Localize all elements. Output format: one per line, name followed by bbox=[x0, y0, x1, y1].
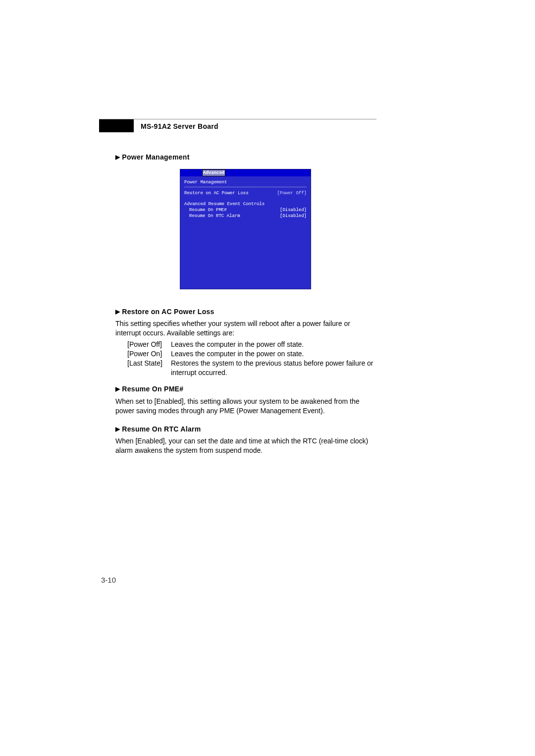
page-content: ▶Power Management Advanced Power Managem… bbox=[115, 153, 375, 457]
option-row: [Last State] Restores the system to the … bbox=[115, 359, 375, 378]
bios-screenshot: Advanced Power Management Restore on AC … bbox=[180, 169, 311, 289]
bios-value: [Power Off] bbox=[277, 190, 307, 196]
bios-label: Resume On PME# bbox=[189, 207, 227, 213]
triangle-icon: ▶ bbox=[115, 425, 120, 433]
section-title: Restore on AC Power Loss bbox=[122, 308, 214, 316]
option-key: [Power Off] bbox=[115, 340, 165, 349]
option-row: [Power On] Leaves the computer in the po… bbox=[115, 349, 375, 359]
option-desc: Leaves the computer in the power off sta… bbox=[165, 340, 375, 349]
bios-body: Power Management Restore on AC Power Los… bbox=[180, 176, 311, 289]
header-black-block bbox=[99, 119, 134, 132]
rtc-description: When [Enabled], your can set the date an… bbox=[115, 436, 375, 455]
section-restore-ac: ▶Restore on AC Power Loss bbox=[115, 307, 375, 317]
triangle-icon: ▶ bbox=[115, 308, 120, 316]
section-title: Resume On RTC Alarm bbox=[122, 425, 201, 433]
option-key: [Power On] bbox=[115, 349, 165, 359]
bios-value: [Disabled] bbox=[280, 213, 307, 219]
bios-label: Restore on AC Power Loss bbox=[184, 190, 249, 196]
option-row: [Power Off] Leaves the computer in the p… bbox=[115, 340, 375, 349]
bios-row-rtc: Resume On RTC Alarm [Disabled] bbox=[184, 213, 307, 219]
bios-tab-advanced: Advanced bbox=[203, 170, 225, 176]
restore-description: This setting specifies whether your syst… bbox=[115, 319, 375, 338]
bios-label: Resume On RTC Alarm bbox=[189, 213, 240, 219]
bios-tabbar: Advanced bbox=[180, 169, 311, 176]
option-desc: Restores the system to the previous stat… bbox=[165, 359, 375, 378]
section-title: Resume On PME# bbox=[122, 385, 183, 393]
bios-row-pme: Resume On PME# [Disabled] bbox=[184, 207, 307, 213]
section-resume-rtc: ▶Resume On RTC Alarm bbox=[115, 425, 375, 434]
pme-description: When set to [Enabled], this setting allo… bbox=[115, 397, 375, 416]
bios-divider bbox=[184, 187, 307, 187]
bios-value: [Disabled] bbox=[280, 207, 307, 213]
page-number: 3-10 bbox=[101, 576, 116, 584]
section-resume-pme: ▶Resume On PME# bbox=[115, 384, 375, 394]
bios-screen-title: Power Management bbox=[184, 179, 307, 185]
triangle-icon: ▶ bbox=[115, 153, 120, 161]
board-title: MS-91A2 Server Board bbox=[141, 122, 218, 130]
section-title: Power Management bbox=[122, 153, 189, 161]
section-power-management: ▶Power Management bbox=[115, 153, 375, 162]
header-top-rule bbox=[99, 119, 376, 119]
triangle-icon: ▶ bbox=[115, 385, 120, 393]
option-key: [Last State] bbox=[115, 359, 165, 378]
bios-group-label: Advanced Resume Event Controls bbox=[184, 201, 307, 207]
option-desc: Leaves the computer in the power on stat… bbox=[165, 349, 375, 359]
bios-row-restore: Restore on AC Power Loss [Power Off] bbox=[184, 190, 307, 196]
